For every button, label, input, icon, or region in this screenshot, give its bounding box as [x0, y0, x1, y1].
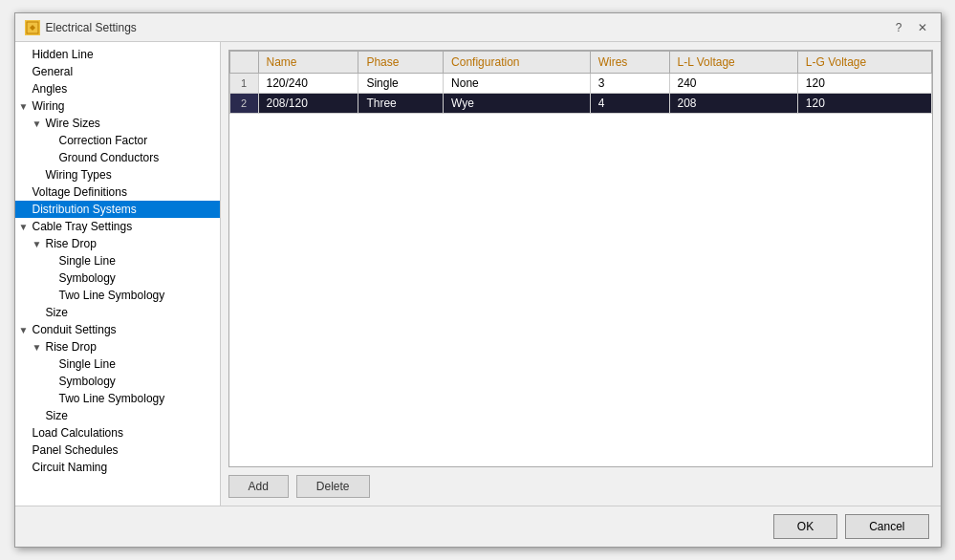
sidebar-item-ground-conductors[interactable]: Ground Conductors	[15, 149, 220, 166]
sidebar-item-general[interactable]: General	[15, 63, 220, 80]
sidebar-label-rise-drop-1: Rise Drop	[46, 237, 97, 250]
close-button[interactable]: ✕	[914, 19, 931, 36]
title-bar: Electrical Settings ? ✕	[15, 13, 941, 42]
cell-configuration: Wye	[444, 94, 591, 114]
sidebar-item-correction-factor[interactable]: Correction Factor	[15, 132, 220, 149]
sidebar-item-symbology-1[interactable]: Symbology	[15, 269, 220, 287]
col-header-wires: Wires	[590, 52, 669, 74]
sidebar-item-symbology-2[interactable]: Symbology	[15, 373, 220, 390]
sidebar-label-voltage-definitions: Voltage Definitions	[33, 185, 127, 199]
sidebar-label-two-line-symbology-2: Two Line Symbology	[59, 392, 165, 405]
col-header-name: Name	[258, 52, 358, 74]
title-bar-controls: ? ✕	[896, 19, 931, 36]
sidebar-item-wiring[interactable]: ▼Wiring	[15, 97, 220, 115]
sidebar-item-single-line-2[interactable]: Single Line	[15, 355, 220, 373]
cell-configuration: None	[444, 74, 591, 94]
cell-lg-voltage: 120	[797, 74, 931, 94]
cell-row-num: 1	[229, 74, 258, 94]
col-header-ll-voltage: L-L Voltage	[669, 52, 797, 74]
dialog-body: Hidden LineGeneralAngles▼Wiring▼Wire Siz…	[15, 42, 941, 506]
tree-toggle-cable-tray-settings: ▼	[19, 222, 33, 232]
sidebar-label-rise-drop-2: Rise Drop	[46, 340, 97, 354]
cell-name: 120/240	[258, 74, 358, 94]
sidebar-item-wire-sizes[interactable]: ▼Wire Sizes	[15, 115, 220, 132]
cell-wires: 4	[590, 94, 669, 114]
ok-button[interactable]: OK	[773, 514, 837, 539]
sidebar-label-wiring-types: Wiring Types	[46, 168, 112, 182]
col-header-phase: Phase	[358, 52, 444, 74]
cell-ll-voltage: 240	[669, 74, 797, 94]
dialog-title: Electrical Settings	[46, 21, 137, 34]
cancel-button[interactable]: Cancel	[845, 514, 928, 539]
cell-phase: Three	[358, 94, 444, 114]
col-header-configuration: Configuration	[444, 52, 591, 74]
sidebar-label-angles: Angles	[33, 82, 68, 96]
table-row[interactable]: 2208/120ThreeWye4208120	[229, 94, 931, 114]
delete-button[interactable]: Delete	[296, 475, 370, 498]
sidebar-item-voltage-definitions[interactable]: Voltage Definitions	[15, 183, 220, 201]
tree-toggle-rise-drop-2: ▼	[33, 342, 46, 353]
electrical-settings-dialog: Electrical Settings ? ✕ Hidden LineGener…	[14, 12, 942, 548]
sidebar-item-conduit-settings[interactable]: ▼Conduit Settings	[15, 321, 220, 338]
sidebar-item-size-1[interactable]: Size	[15, 304, 220, 321]
sidebar-item-angles[interactable]: Angles	[15, 80, 220, 97]
sidebar-item-single-line-1[interactable]: Single Line	[15, 252, 220, 269]
tree-toggle-rise-drop-1: ▼	[33, 239, 46, 249]
sidebar-item-two-line-symbology-2[interactable]: Two Line Symbology	[15, 390, 220, 407]
add-button[interactable]: Add	[228, 475, 289, 498]
sidebar-item-distribution-systems[interactable]: Distribution Systems	[15, 201, 220, 218]
dialog-icon	[25, 20, 40, 35]
sidebar-label-wire-sizes: Wire Sizes	[46, 117, 100, 130]
sidebar-item-load-calculations[interactable]: Load Calculations	[15, 424, 220, 442]
sidebar-label-single-line-2: Single Line	[59, 357, 116, 371]
tree-toggle-wiring: ▼	[19, 101, 33, 112]
sidebar-label-circuit-naming: Circuit Naming	[33, 461, 108, 474]
col-header-lg-voltage: L-G Voltage	[797, 52, 931, 74]
distribution-table: NamePhaseConfigurationWiresL-L VoltageL-…	[229, 51, 932, 114]
sidebar-label-ground-conductors: Ground Conductors	[59, 151, 160, 164]
cell-phase: Single	[358, 74, 444, 94]
dialog-footer: OK Cancel	[15, 506, 941, 547]
sidebar-item-rise-drop-1[interactable]: ▼Rise Drop	[15, 235, 220, 252]
sidebar-label-size-1: Size	[46, 306, 68, 319]
cell-ll-voltage: 208	[669, 94, 797, 114]
sidebar-label-wiring: Wiring	[33, 99, 65, 113]
sidebar-label-single-line-1: Single Line	[59, 254, 116, 268]
cell-wires: 3	[590, 74, 669, 94]
sidebar-item-panel-schedules[interactable]: Panel Schedules	[15, 442, 220, 459]
sidebar-label-panel-schedules: Panel Schedules	[33, 443, 119, 457]
sidebar-label-two-line-symbology-1: Two Line Symbology	[59, 289, 165, 302]
sidebar-label-size-2: Size	[46, 409, 68, 422]
sidebar-label-hidden-line: Hidden Line	[33, 48, 94, 61]
sidebar-item-circuit-naming[interactable]: Circuit Naming	[15, 459, 220, 476]
table-button-row: Add Delete	[228, 475, 933, 498]
tree-toggle-conduit-settings: ▼	[19, 325, 33, 335]
sidebar: Hidden LineGeneralAngles▼Wiring▼Wire Siz…	[15, 42, 221, 506]
cell-name: 208/120	[258, 94, 358, 114]
sidebar-label-correction-factor: Correction Factor	[59, 134, 148, 147]
sidebar-item-size-2[interactable]: Size	[15, 407, 220, 424]
sidebar-label-cable-tray-settings: Cable Tray Settings	[33, 220, 133, 233]
title-bar-left: Electrical Settings	[25, 20, 137, 35]
sidebar-item-two-line-symbology-1[interactable]: Two Line Symbology	[15, 287, 220, 304]
sidebar-label-symbology-1: Symbology	[59, 271, 116, 285]
sidebar-label-load-calculations: Load Calculations	[33, 426, 123, 440]
help-button[interactable]: ?	[896, 21, 902, 34]
sidebar-label-distribution-systems: Distribution Systems	[33, 203, 137, 216]
tree-toggle-wire-sizes: ▼	[33, 118, 46, 129]
sidebar-item-cable-tray-settings[interactable]: ▼Cable Tray Settings	[15, 218, 220, 235]
sidebar-label-general: General	[33, 65, 74, 78]
main-content: NamePhaseConfigurationWiresL-L VoltageL-…	[221, 42, 941, 506]
sidebar-item-hidden-line[interactable]: Hidden Line	[15, 46, 220, 63]
cell-row-num: 2	[229, 94, 258, 114]
table-row[interactable]: 1120/240SingleNone3240120	[229, 74, 931, 94]
sidebar-label-conduit-settings: Conduit Settings	[33, 323, 117, 336]
sidebar-label-symbology-2: Symbology	[59, 375, 116, 388]
distribution-table-container: NamePhaseConfigurationWiresL-L VoltageL-…	[228, 50, 933, 467]
sidebar-item-rise-drop-2[interactable]: ▼Rise Drop	[15, 338, 220, 355]
col-header-row-num	[229, 52, 258, 74]
cell-lg-voltage: 120	[797, 94, 931, 114]
sidebar-item-wiring-types[interactable]: Wiring Types	[15, 166, 220, 183]
